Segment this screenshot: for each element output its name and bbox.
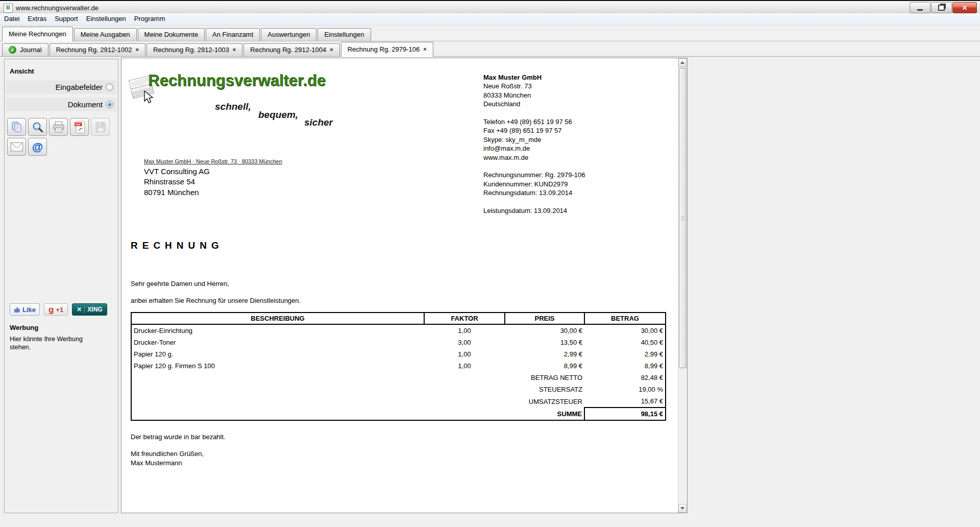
menu-support[interactable]: Support [51,13,82,22]
zoom-button[interactable] [28,118,47,136]
main-tab-meine-dokumente[interactable]: Meine Dokumente [138,28,205,41]
tab-label: Einstellungen [324,31,364,38]
total-label: BETRAG NETTO [424,372,584,384]
total-label: STEUERSATZ [424,384,584,395]
maximize-button[interactable] [931,2,952,13]
invoice-page: Rechnungsverwalter.de schnell, bequem, s… [121,58,678,513]
view-option-dokument[interactable]: Dokument [6,98,116,111]
journal-check-icon: ✓ [9,46,16,54]
minimize-button[interactable] [910,2,930,13]
title-bar: R www.rechnungsverwalter.de ✕ [0,0,980,15]
sender-block: Max Muster GmbH Neue Roßstr. 73 80333 Mü… [483,74,652,215]
logo-slogan-1: schnell, [215,101,251,112]
sender-line: Rechnungsdatum: 13.09.2014 [483,189,652,198]
scroll-down-button[interactable] [678,504,687,513]
plusone-label: +1 [56,306,63,314]
save-button[interactable] [91,118,110,136]
tab-close-icon[interactable]: × [423,46,426,52]
radio-dokument[interactable] [106,101,113,108]
social-buttons: Like g +1 ✕ XING [10,303,107,316]
google-plusone-button[interactable]: g +1 [44,303,68,316]
item-desc: Drucker-Einrichtung [131,324,424,337]
logo-slogan-3: sicher [304,117,333,128]
tab-label: Meine Rechnungen [9,30,66,38]
sender-line [483,162,652,171]
email-button[interactable] [7,138,26,156]
tab-journal[interactable]: ✓ Journal [2,43,48,56]
total-row: BETRAG NETTO 82,48 € [131,372,666,384]
tab-rechnung-2979-106[interactable]: Rechnung Rg. 2979-106 × [341,42,433,57]
menu-extras[interactable]: Extras [23,13,51,22]
tab-close-icon[interactable]: × [233,46,236,53]
menu-einstellungen[interactable]: Einstellungen [82,13,130,22]
xing-label: XING [87,306,102,313]
email-at-button[interactable]: @ [28,138,47,156]
main-tab-an-finanzamt[interactable]: An Finanzamt [206,28,260,41]
tab-close-icon[interactable]: × [330,46,333,53]
item-faktor: 3,00 [424,337,505,348]
close-button[interactable]: ✕ [952,2,977,13]
main-tab-auswertungen[interactable]: Auswertungen [261,28,316,41]
item-preis: 13,50 € [505,337,584,348]
vertical-scrollbar [678,58,687,513]
closing-line: Mit freundlichen Grüßen, [131,450,204,459]
minimize-icon [917,9,923,11]
item-row: Drucker-Toner 3,00 13,50 € 40,50 € [131,337,666,348]
total-value: 19,00 % [584,384,666,395]
xing-button[interactable]: ✕ XING [72,303,107,316]
col-betrag: BETRAG [584,313,666,324]
intro-line: anbei erhalten Sie Rechnung für unsere D… [131,297,301,304]
tab-close-icon[interactable]: × [136,46,139,53]
main-tab-meine-rechnungen[interactable]: Meine Rechnungen [2,27,73,41]
recipient-line: Rhinstrasse 54 [144,177,210,187]
printer-icon [52,121,65,133]
main-tab-einstellungen[interactable]: Einstellungen [317,28,371,41]
tab-label: Rechnung Rg. 2912-1002 [56,46,132,54]
view-option-label: Eingabefelder [55,83,103,91]
summe-row: SUMME 98,15 € [131,408,666,420]
main-tab-meine-ausgaben[interactable]: Meine Ausgaben [74,28,137,41]
sender-line: Skype: sky_m_mde [483,136,652,145]
tab-label: Auswertungen [267,31,310,38]
document-panel: Rechnungsverwalter.de schnell, bequem, s… [121,58,688,513]
item-betrag: 30,00 € [584,324,666,337]
item-faktor: 1,00 [424,324,505,337]
item-betrag: 40,50 € [584,337,666,348]
facebook-like-button[interactable]: Like [10,303,40,316]
item-row: Papier 120 g. Firmen S 100 1,00 8,99 € 8… [131,360,666,372]
sender-line: Max Muster GmbH [483,74,652,82]
recipient-block: VVT Consulting AG Rhinstrasse 54 80791 M… [144,167,210,198]
menu-programm[interactable]: Programm [130,13,169,22]
recipient-line: 80791 München [144,188,210,198]
tab-rechnung-2912-1004[interactable]: Rechnung Rg. 2912-1004 × [243,43,339,56]
arrow-down-icon [680,507,684,510]
xing-x-icon: ✕ [77,306,85,313]
copy-icon [11,121,23,133]
print-button[interactable] [49,118,68,136]
google-g-icon: g [48,305,54,314]
logo-slogan-2: bequem, [258,109,298,121]
ad-text: Hier könnte Ihre Werbung stehen. [10,335,94,351]
radio-eingabefelder[interactable] [106,83,113,91]
payment-note: Der betrag wurde in bar bezahlt. [131,433,226,441]
sender-line: Leistungsdatum: 13.09.2014 [483,207,652,215]
item-desc: Papier 120 g. Firmen S 100 [131,360,424,372]
sender-line: Fax +49 (89) 651 19 97 57 [483,127,652,135]
sender-line: 80333 München [483,91,652,100]
scrollbar-thumb[interactable] [679,68,687,368]
tab-rechnung-2912-1002[interactable]: Rechnung Rg. 2912-1002 × [50,43,145,56]
item-desc: Papier 120 g. [131,348,424,360]
copy-button[interactable] [7,118,26,136]
item-faktor: 1,00 [424,360,505,372]
total-row: STEUERSATZ 19,00 % [131,384,666,395]
logo-title: Rechnungsverwalter.de [148,71,326,90]
scroll-up-button[interactable] [678,58,687,67]
tab-label: Rechnung Rg. 2912-1004 [250,46,326,54]
envelope-icon [10,142,23,152]
pdf-export-button[interactable]: PDF [70,118,89,136]
sidebar: Ansicht Eingabefelder Dokument [4,59,118,513]
tab-rechnung-2912-1003[interactable]: Rechnung Rg. 2912-1003 × [146,43,242,56]
view-option-eingabefelder[interactable]: Eingabefelder [6,80,116,94]
menu-datei[interactable]: Datei [0,13,23,22]
sender-line [483,109,652,118]
